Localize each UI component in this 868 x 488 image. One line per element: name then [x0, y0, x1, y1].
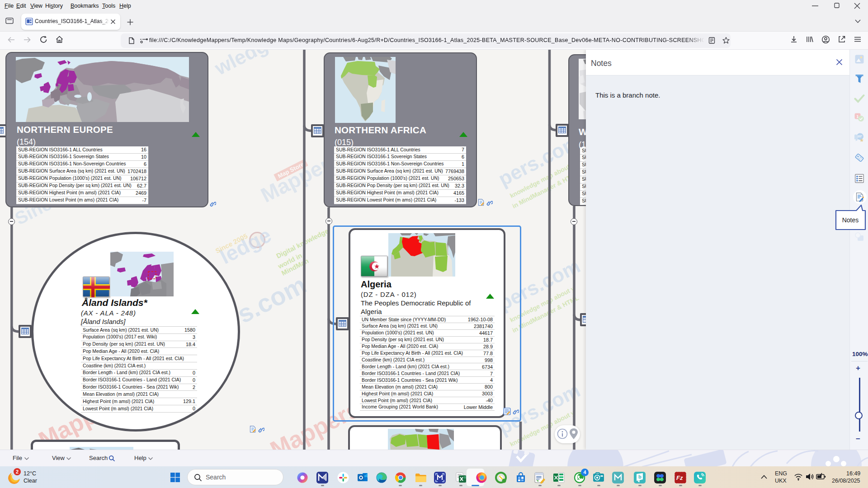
svg-text:Fz: Fz: [676, 474, 683, 481]
svg-text:Notes: Notes: [842, 216, 859, 224]
svg-text:b: b: [638, 474, 642, 479]
